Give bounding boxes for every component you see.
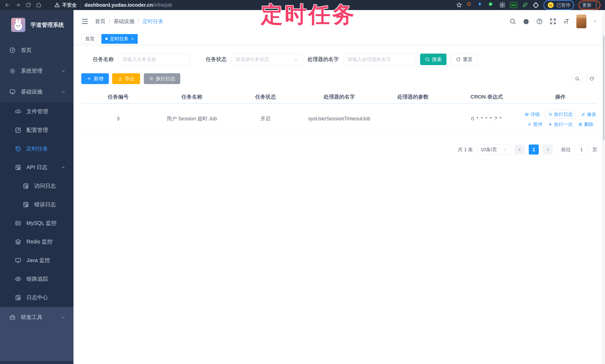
action-detail[interactable]: 详细: [525, 111, 540, 117]
browser-reload-icon[interactable]: [25, 2, 31, 8]
cell-cron: 0 * * * * ? *: [450, 116, 524, 122]
refresh-icon: [589, 76, 594, 81]
caret-down-icon[interactable]: [593, 19, 598, 24]
breadcrumb-infra[interactable]: 基础设施: [114, 18, 134, 25]
browser-back-icon[interactable]: [4, 2, 10, 8]
sidebar-item-infra[interactable]: 基础设施: [0, 81, 74, 102]
sidebar-bottom-section: 研发工具: [0, 307, 74, 364]
sidebar-item-label: MySQL 监控: [26, 220, 57, 227]
col-actions: 操作: [524, 93, 597, 100]
page-scrollbar[interactable]: [602, 10, 605, 364]
orange-extension-icon[interactable]: [467, 2, 473, 8]
page-size-select[interactable]: 10条/页: [477, 144, 511, 155]
action-delete[interactable]: 删除: [578, 121, 593, 127]
search-icon: [425, 57, 430, 62]
collapse-sidebar-icon[interactable]: [81, 17, 89, 25]
profile-status-group[interactable]: 已暂停: [543, 0, 574, 10]
sidebar-item-redis-monitor[interactable]: Redis 监控: [0, 233, 74, 251]
sidebar-item-mysql-monitor[interactable]: MySQL 监控: [0, 214, 74, 233]
handler-name-input[interactable]: [343, 53, 415, 65]
bookmark-star-icon[interactable]: [456, 2, 462, 8]
add-button[interactable]: 新增: [81, 73, 109, 84]
fullscreen-icon[interactable]: [550, 18, 556, 25]
github-icon[interactable]: [523, 18, 529, 25]
breadcrumb: 首页 / 基础设施 / 定时任务: [95, 18, 164, 25]
tab-scheduled-jobs[interactable]: 定时任务 ×: [101, 34, 138, 44]
sidebar-item-log-center[interactable]: 日志中心: [0, 288, 74, 307]
job-name-input[interactable]: [118, 53, 190, 65]
user-avatar[interactable]: [576, 14, 586, 28]
browser-extensions: on 已暂停 更新: [456, 0, 601, 10]
prev-page-button[interactable]: [514, 144, 525, 155]
arrow-right-icon: [546, 147, 550, 152]
app-logo-row[interactable]: 芋道管理系统: [0, 10, 74, 40]
breadcrumb-home[interactable]: 首页: [95, 18, 105, 25]
col-job-id: 任务编号: [81, 93, 155, 100]
search-button[interactable]: 搜索: [420, 53, 447, 65]
reset-button[interactable]: 重置: [451, 53, 478, 65]
action-pause[interactable]: 暂停: [527, 121, 542, 127]
action-run-once[interactable]: 执行一次: [548, 121, 573, 127]
jobs-table: 任务编号 任务名称 任务状态 处理器的名字 处理器的参数 CRON 表达式 操作…: [81, 91, 597, 134]
browser-menu-icon[interactable]: [596, 2, 597, 8]
select-placeholder: 请选择任务状态: [235, 56, 269, 63]
security-indicator[interactable]: 不安全: [54, 2, 77, 8]
job-status-select[interactable]: 请选择任务状态: [231, 53, 303, 65]
export-button[interactable]: 导出: [112, 73, 140, 84]
close-icon[interactable]: ×: [131, 36, 134, 41]
blue-extension-icon[interactable]: [478, 2, 484, 8]
sidebar-item-home[interactable]: 首页: [0, 40, 74, 61]
grid-extension-icon[interactable]: [499, 2, 505, 8]
chevron-up-icon: [61, 90, 66, 94]
goto-label: 前往: [561, 146, 571, 153]
tab-home[interactable]: 首页: [81, 34, 98, 44]
next-page-button[interactable]: [543, 144, 553, 155]
exec-log-button[interactable]: 执行日志: [144, 73, 180, 84]
sidebar-item-tracing[interactable]: 链路追踪: [0, 270, 74, 288]
scrollbar-thumb[interactable]: [603, 36, 605, 140]
sidebar-item-scheduled-jobs[interactable]: 定时任务: [0, 140, 74, 158]
cell-job-name: 用户 Session 超时 Job: [155, 115, 229, 122]
gear-icon: [9, 68, 16, 74]
on-badge[interactable]: on: [510, 2, 517, 8]
tab-label: 定时任务: [110, 36, 129, 42]
leaf-extension-icon[interactable]: [522, 2, 528, 8]
sidebar: 芋道管理系统 首页 系统管理 基础设施 文件管理 配置管理: [0, 10, 74, 364]
arrow-left-icon: [517, 147, 522, 152]
refresh-table-button[interactable]: [586, 73, 597, 84]
update-button[interactable]: 更新: [582, 2, 592, 8]
job-status-label: 任务状态: [206, 56, 227, 63]
layers-icon: [15, 239, 21, 245]
sidebar-item-file-manage[interactable]: 文件管理: [0, 102, 74, 121]
action-edit[interactable]: 修改: [581, 111, 596, 117]
job-name-label: 任务名称: [93, 56, 114, 63]
sidebar-item-java-monitor[interactable]: Java 监控: [0, 251, 74, 270]
sidebar-item-label: API 日志: [26, 164, 47, 171]
sidebar-item-error-log[interactable]: 错误日志: [0, 195, 74, 214]
toggle-search-button[interactable]: [572, 73, 583, 84]
sidebar-item-label: 链路追踪: [26, 275, 48, 283]
browser-forward-icon[interactable]: [15, 2, 21, 8]
puzzle-extension-icon[interactable]: [533, 2, 539, 8]
breadcrumb-separator: /: [138, 18, 139, 24]
pencil-icon: [581, 112, 585, 117]
green-check-extension-icon[interactable]: [488, 2, 495, 8]
browser-home-icon[interactable]: [36, 2, 42, 8]
search-icon[interactable]: [509, 18, 516, 25]
help-icon[interactable]: [536, 18, 543, 25]
sidebar-item-dev-tools[interactable]: 研发工具: [0, 307, 74, 328]
action-exec-log[interactable]: 执行日志: [545, 110, 575, 119]
address-bar[interactable]: dashboard.yudao.iocoder.cn/infra/job: [84, 2, 172, 8]
sidebar-item-system[interactable]: 系统管理: [0, 61, 74, 81]
font-size-icon[interactable]: [563, 18, 570, 25]
app-title: 芋道管理系统: [30, 21, 64, 29]
update-group[interactable]: 更新: [579, 0, 601, 10]
sidebar-item-label: 日志中心: [26, 294, 48, 301]
sidebar-item-api-log[interactable]: API 日志: [0, 158, 74, 177]
goto-page-input[interactable]: [575, 144, 588, 155]
page-1-button[interactable]: 1: [529, 144, 539, 155]
col-job-name: 任务名称: [155, 93, 229, 100]
sidebar-item-access-log[interactable]: 访问日志: [0, 177, 74, 195]
sidebar-item-config-manage[interactable]: 配置管理: [0, 121, 74, 140]
document-log-icon: [15, 294, 21, 301]
